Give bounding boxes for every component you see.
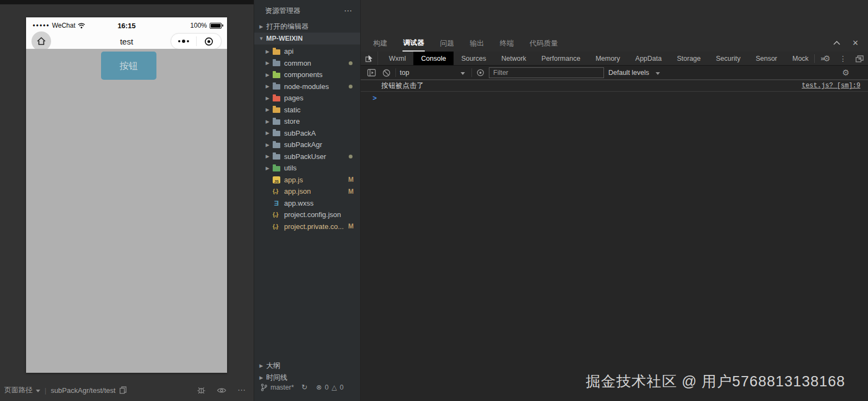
tree-item-app.wxss[interactable]: Eapp.wxss — [254, 198, 360, 209]
devtools-tab-appdata[interactable]: AppData — [628, 52, 670, 65]
tree-item-static[interactable]: ▶static — [254, 104, 360, 116]
devtools-tab-memory[interactable]: Memory — [588, 52, 627, 65]
simulator-panel: 16:15 ●●●●● WeChat 100% — [0, 0, 254, 401]
collapse-panel-icon[interactable] — [833, 41, 840, 45]
chevron-right-icon: ▶ — [266, 96, 273, 101]
git-branch-name[interactable]: master* — [271, 384, 294, 391]
inspect-cursor-icon — [365, 54, 374, 62]
tree-item-project.config.json[interactable]: {..}project.config.json — [254, 209, 360, 221]
folder-icon — [273, 119, 280, 125]
devtools-menu-icon[interactable]: ⋮ — [839, 54, 847, 63]
devtools-tab-security[interactable]: Security — [708, 52, 748, 65]
folder-icon — [273, 96, 280, 101]
minimize-target-button[interactable] — [197, 37, 222, 46]
clear-console-icon — [382, 69, 391, 77]
tree-item-subpacka[interactable]: ▶subPackA — [254, 128, 360, 139]
debugger-tab-0[interactable]: 构建 — [373, 36, 388, 51]
explorer-more-icon[interactable]: ⋯ — [344, 6, 353, 16]
live-expression-eye-icon — [476, 69, 485, 77]
chevron-right-icon: ▶ — [266, 166, 273, 171]
folder-icon — [273, 61, 280, 66]
console-settings-button[interactable]: ⚙ — [842, 66, 850, 80]
debugger-tab-1[interactable]: 调试器 — [402, 35, 425, 52]
close-panel-icon[interactable]: × — [852, 38, 858, 48]
tree-item-label: app.js — [284, 176, 303, 184]
debugger-panel: 构建调试器问题输出终端代码质量 × WxmlConsoleSourcesNetw… — [361, 0, 868, 401]
more-actions-icon[interactable]: ⋯ — [237, 385, 246, 395]
tree-item-utils[interactable]: ▶utils — [254, 162, 360, 174]
project-root-section[interactable]: ▼ MP-WEIXIN — [254, 33, 360, 44]
devtools-tab-console[interactable]: Console — [413, 52, 454, 65]
chevron-right-icon: ▶ — [266, 49, 273, 54]
show-console-sidebar-button[interactable] — [367, 66, 376, 80]
tree-item-store[interactable]: ▶store — [254, 116, 360, 128]
undock-icon[interactable] — [856, 55, 864, 62]
devtools-tab-performance[interactable]: Performance — [534, 52, 588, 65]
devtools-tab-sources[interactable]: Sources — [454, 52, 494, 65]
chevron-down-icon — [461, 72, 465, 75]
tree-item-pages[interactable]: ▶pages — [254, 92, 360, 104]
debugger-top-area — [361, 0, 868, 35]
timeline-section[interactable]: ▶ 时间线 — [254, 372, 360, 384]
explorer-panel: 资源管理器 ⋯ ▶ 打开的编辑器 ▼ MP-WEIXIN ▶api▶common… — [254, 0, 361, 401]
tree-item-subpackagr[interactable]: ▶subPackAgr — [254, 139, 360, 151]
devtools-tab-storage[interactable]: Storage — [669, 52, 708, 65]
watermark-text: 掘金技术社区 @ 用户5768813138168 — [586, 372, 845, 391]
status-dot-icon — [349, 155, 353, 158]
console-toolbar: top Default levels ⚙ — [361, 66, 868, 80]
json-file-icon: {..} — [273, 188, 280, 194]
devtools-settings-icon[interactable]: ⚙ — [823, 54, 831, 63]
json-file-icon: {..} — [273, 224, 280, 230]
error-count: 0 — [325, 384, 329, 391]
folder-icon — [273, 107, 280, 113]
divider — [471, 68, 472, 77]
devtools-tab-mock[interactable]: Mock — [785, 52, 816, 65]
tree-item-project.private.co...[interactable]: {..}project.private.co...M — [254, 221, 360, 233]
explorer-title: 资源管理器 — [265, 6, 300, 16]
git-status-bar: master* ↻ ⊗ 0 △ 0 — [254, 383, 360, 391]
mini-program-button[interactable]: 按钮 — [101, 52, 156, 80]
tree-item-api[interactable]: ▶api — [254, 46, 360, 58]
chevron-right-icon: ▶ — [257, 375, 265, 380]
tree-item-label: pages — [284, 94, 303, 102]
page-path-label: 页面路径 — [4, 385, 33, 395]
log-levels-dropdown[interactable]: Default levels — [608, 66, 660, 80]
debug-bug-icon[interactable] — [197, 386, 206, 394]
devtools-tab-wxml[interactable]: Wxml — [381, 52, 413, 65]
chevron-right-icon: ▶ — [266, 84, 273, 89]
inspect-element-button[interactable] — [361, 52, 378, 65]
page-path-dropdown[interactable]: 页面路径 — [4, 385, 40, 395]
debugger-tab-4[interactable]: 终端 — [499, 36, 514, 51]
tree-item-node-modules[interactable]: ▶node-modules — [254, 81, 360, 93]
preview-eye-icon[interactable] — [217, 387, 227, 394]
more-menu-button[interactable] — [171, 40, 196, 43]
console-eye-button[interactable] — [476, 66, 485, 80]
console-input-row[interactable]: > — [361, 92, 868, 104]
tree-item-app.js[interactable]: JSapp.jsM — [254, 174, 360, 186]
warning-count: 0 — [340, 384, 344, 391]
problem-counts[interactable]: ⊗ 0 △ 0 — [316, 383, 344, 391]
tree-item-subpackuser[interactable]: ▶subPackUser — [254, 151, 360, 163]
outline-section[interactable]: ▶ 大纲 — [254, 360, 360, 372]
copy-path-icon[interactable] — [119, 386, 127, 394]
open-editors-section[interactable]: ▶ 打开的编辑器 — [254, 21, 360, 33]
git-sync-icon[interactable]: ↻ — [301, 383, 307, 391]
debugger-tab-2[interactable]: 问题 — [439, 36, 455, 51]
tree-item-label: subPackUser — [284, 152, 326, 161]
warning-icon: △ — [331, 384, 337, 391]
tree-item-common[interactable]: ▶common — [254, 58, 360, 69]
tree-item-app.json[interactable]: {..}app.jsonM — [254, 186, 360, 198]
devtools-tab-network[interactable]: Network — [494, 52, 534, 65]
devtools-tabs: WxmlConsoleSourcesNetworkPerformanceMemo… — [381, 52, 816, 65]
tree-item-components[interactable]: ▶components — [254, 69, 360, 81]
battery-percent: 100% — [190, 22, 207, 29]
folder-icon — [273, 166, 280, 171]
devtools-tab-sensor[interactable]: Sensor — [748, 52, 785, 65]
debugger-tab-3[interactable]: 输出 — [469, 36, 485, 51]
debugger-tab-5[interactable]: 代码质量 — [529, 36, 558, 51]
context-selector[interactable]: top — [400, 66, 469, 80]
console-source-link[interactable]: test.js? [sm]:9 — [802, 82, 860, 90]
folder-icon — [273, 143, 280, 148]
clear-console-button[interactable] — [382, 66, 391, 80]
console-filter-input[interactable] — [489, 67, 604, 78]
